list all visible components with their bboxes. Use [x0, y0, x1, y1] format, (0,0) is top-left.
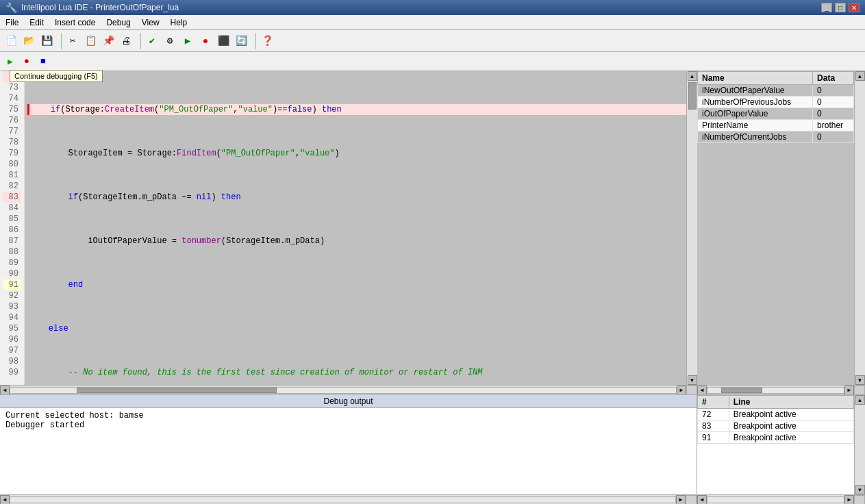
save-button[interactable]: 💾	[38, 33, 55, 49]
close-button[interactable]: ✕	[849, 3, 860, 12]
var-name-1: iNewOutOfPaperValue	[698, 85, 813, 97]
app-icon: 🔧	[5, 2, 17, 13]
stop-run-button[interactable]: ⬛	[215, 33, 231, 49]
right-vscroll[interactable]: ▲ ▼	[854, 71, 865, 385]
hscroll-left[interactable]: ◀	[0, 386, 10, 395]
ln-74: 74	[3, 93, 21, 104]
maximize-button[interactable]: □	[835, 3, 846, 12]
ln-87: 87	[3, 236, 21, 247]
reload-button[interactable]: 🔄	[233, 33, 249, 49]
sep2	[137, 33, 141, 49]
ln-89: 89	[3, 257, 21, 268]
code-editor[interactable]: if(Storage:CreateItem("PM_OutOfPaper","v…	[25, 71, 686, 385]
right-hscroll[interactable]: ◀ ▶	[697, 385, 865, 394]
breakpoints-main: # Line 72 Breakpoint active 83 Bre	[697, 395, 865, 494]
bp-num-2: 83	[698, 420, 729, 432]
code-line-78: -- No item found, this is the first test…	[27, 367, 686, 378]
open-button[interactable]: 📂	[21, 33, 37, 49]
menu-file[interactable]: File	[0, 16, 24, 29]
bp-vscroll-up[interactable]: ▲	[855, 395, 865, 405]
ln-75: 75	[3, 104, 21, 115]
menu-help[interactable]: Help	[165, 16, 193, 29]
ln-84: 84	[3, 203, 21, 214]
continue-debug-button[interactable]: ▶	[3, 54, 18, 69]
pause-debug-button[interactable]: ■	[36, 54, 51, 69]
var-name-3: iOutOfPaperValue	[698, 108, 813, 120]
vscroll-down[interactable]: ▼	[688, 375, 697, 385]
menu-insert-code[interactable]: Insert code	[49, 16, 101, 29]
bottom-area: Debug output Current selected host: bams…	[0, 394, 865, 504]
code-line-75: iOutOfPaperValue = tonumber(StorageItem.…	[27, 236, 686, 247]
bp-row-1: 72 Breakpoint active	[698, 409, 854, 420]
debug-hscroll-right[interactable]: ▶	[676, 495, 686, 505]
bp-vscroll[interactable]: ▲ ▼	[854, 395, 865, 494]
debug-hscroll-track[interactable]	[10, 496, 676, 503]
editor-vscroll[interactable]: ▲ ▼	[686, 71, 697, 385]
right-hscroll-left[interactable]: ◀	[697, 386, 707, 395]
help-button[interactable]: ❓	[259, 33, 275, 49]
stop-debug-button[interactable]: ●	[19, 54, 34, 69]
debug-hscroll-left[interactable]: ◀	[0, 495, 10, 505]
right-hscroll-right[interactable]: ▶	[844, 386, 854, 395]
right-hscroll-track[interactable]	[707, 387, 844, 394]
ln-97: 97	[3, 345, 21, 356]
right-main: Name Data iNewOutOfPaperValue 0 iNumberO…	[697, 71, 865, 385]
menubar: File Edit Insert code Debug View Help	[0, 15, 865, 30]
ln-82: 82	[3, 181, 21, 192]
menu-debug[interactable]: Debug	[101, 16, 136, 29]
titlebar-title: Intellipool Lua IDE - PrinterOutOfPaper_…	[21, 3, 179, 12]
right-vscroll-down[interactable]: ▼	[855, 375, 865, 385]
bp-hscroll-left[interactable]: ◀	[697, 495, 707, 505]
ln-96: 96	[3, 334, 21, 345]
code-line-74: if(StorageItem.m_pData ~= nil) then	[27, 192, 686, 203]
check-button[interactable]: ✔	[144, 33, 160, 49]
hscroll-track[interactable]	[10, 387, 677, 394]
copy-button[interactable]: 📋	[82, 33, 99, 49]
bp-hscroll-right[interactable]: ▶	[844, 495, 854, 505]
paste-button[interactable]: 📌	[100, 33, 116, 49]
cut-button[interactable]: ✂	[64, 33, 81, 49]
debug-hscroll[interactable]: ◀ ▶	[0, 494, 697, 504]
titlebar-controls[interactable]: _ □ ✕	[821, 3, 860, 12]
var-data-3: 0	[813, 108, 854, 120]
line-numbers: 72 73 74 75 76 77 78 79 80 81 82 83 84 8…	[0, 71, 25, 385]
debug-run-button[interactable]: ●	[197, 33, 214, 49]
menu-view[interactable]: View	[136, 16, 165, 29]
minimize-button[interactable]: _	[821, 3, 832, 12]
settings-button[interactable]: ⚙	[162, 33, 178, 49]
var-name-4: PrinterName	[698, 120, 813, 131]
debug-toolbar: ▶ ● ■ Continue debugging (F5)	[0, 52, 865, 71]
code-line-73: StorageItem = Storage:FindItem("PM_OutOf…	[27, 148, 686, 159]
var-data-2: 0	[813, 97, 854, 108]
vars-data-header: Data	[813, 72, 854, 85]
run-button[interactable]: ▶	[179, 33, 196, 49]
ln-86: 86	[3, 225, 21, 236]
bp-num-1: 72	[698, 409, 729, 420]
vscroll-thumb[interactable]	[688, 82, 697, 110]
ln-83: 83	[3, 192, 21, 203]
bp-hscroll[interactable]: ◀ ▶	[697, 494, 865, 504]
ln-80: 80	[3, 159, 21, 170]
editor-with-scroll: 72 73 74 75 76 77 78 79 80 81 82 83 84 8…	[0, 71, 697, 394]
new-button[interactable]: 📄	[3, 33, 19, 49]
bp-corner	[854, 495, 865, 505]
menu-edit[interactable]: Edit	[24, 16, 49, 29]
right-vscroll-up[interactable]: ▲	[855, 71, 865, 81]
var-row-1: iNewOutOfPaperValue 0	[698, 85, 854, 97]
hscroll-right[interactable]: ▶	[677, 386, 686, 395]
ln-98: 98	[3, 356, 21, 367]
sep1	[58, 33, 62, 49]
editor-hscroll[interactable]: ◀ ▶	[0, 385, 697, 394]
breakpoints-table: # Line 72 Breakpoint active 83 Bre	[697, 395, 854, 494]
print-button[interactable]: 🖨	[118, 33, 134, 49]
bp-vscroll-down[interactable]: ▼	[855, 485, 865, 494]
var-row-5: iNumberOfCurrentJobs 0	[698, 131, 854, 143]
vscroll-up[interactable]: ▲	[688, 71, 697, 81]
bp-num-header: #	[698, 396, 729, 409]
var-data-5: 0	[813, 131, 854, 143]
ln-79: 79	[3, 148, 21, 159]
var-row-4: PrinterName brother	[698, 120, 854, 131]
bp-line-2: Breakpoint active	[729, 420, 853, 432]
bp-line-1: Breakpoint active	[729, 409, 853, 420]
bp-hscroll-track[interactable]	[707, 496, 844, 503]
